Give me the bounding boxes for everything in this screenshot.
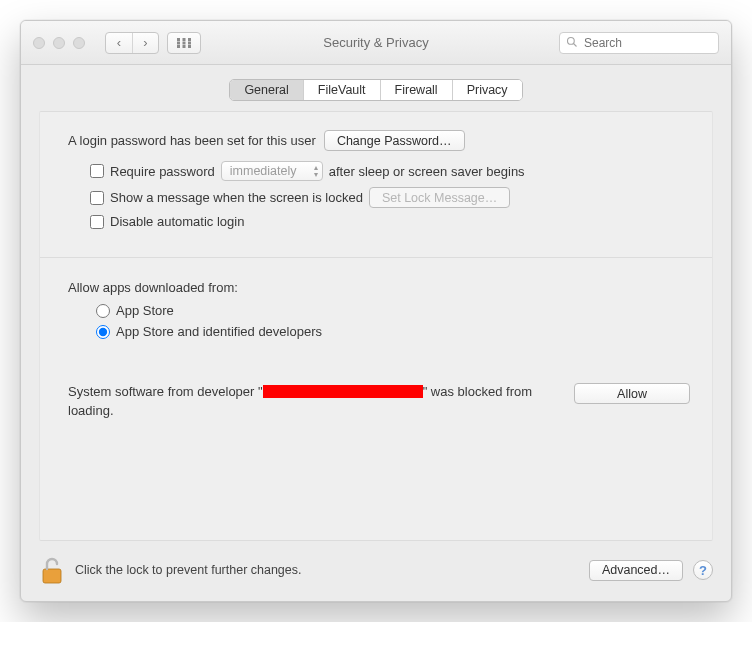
search-icon <box>566 36 578 51</box>
require-password-label-pre: Require password <box>110 164 215 179</box>
show-all-button[interactable] <box>167 32 201 54</box>
blocked-software-row: System software from developer "" was bl… <box>68 383 690 421</box>
lock-text: Click the lock to prevent further change… <box>75 563 579 577</box>
tabs: General FileVault Firewall Privacy <box>229 79 522 101</box>
blocked-software-text: System software from developer "" was bl… <box>68 383 550 421</box>
tab-general[interactable]: General <box>230 80 302 100</box>
tab-privacy[interactable]: Privacy <box>452 80 522 100</box>
window-controls <box>33 37 85 49</box>
close-window-button[interactable] <box>33 37 45 49</box>
svg-rect-6 <box>177 45 180 48</box>
zoom-window-button[interactable] <box>73 37 85 49</box>
svg-rect-4 <box>183 41 186 44</box>
change-password-button[interactable]: Change Password… <box>324 130 465 151</box>
set-lock-message-button[interactable]: Set Lock Message… <box>369 187 510 208</box>
prefs-window: ‹ › Security & Privacy <box>20 20 732 602</box>
search-input[interactable] <box>559 32 719 54</box>
allow-apps-heading: Allow apps downloaded from: <box>68 280 690 295</box>
svg-rect-1 <box>183 38 186 41</box>
svg-rect-7 <box>183 45 186 48</box>
svg-rect-2 <box>188 38 191 41</box>
allow-apps-appstore-row: App Store <box>96 303 690 318</box>
unlocked-lock-icon <box>39 555 65 585</box>
forward-button[interactable]: › <box>132 33 158 53</box>
disable-auto-login-label: Disable automatic login <box>110 214 244 229</box>
window-title: Security & Privacy <box>323 35 428 50</box>
password-options: Require password immediately ▴▾ after sl… <box>62 161 690 229</box>
show-lock-message-label: Show a message when the screen is locked <box>110 190 363 205</box>
show-lock-message-row: Show a message when the screen is locked… <box>90 187 690 208</box>
advanced-button[interactable]: Advanced… <box>589 560 683 581</box>
divider <box>40 257 712 258</box>
toolbar-nav: ‹ › <box>105 32 201 54</box>
tab-firewall[interactable]: Firewall <box>380 80 452 100</box>
footer: Click the lock to prevent further change… <box>21 541 731 601</box>
allow-apps-radios: App Store App Store and identified devel… <box>68 303 690 339</box>
allow-apps-appstore-radio[interactable] <box>96 304 110 318</box>
blocked-prefix: System software from developer " <box>68 384 263 399</box>
svg-rect-3 <box>177 41 180 44</box>
show-lock-message-checkbox[interactable] <box>90 191 104 205</box>
disable-auto-login-row: Disable automatic login <box>90 214 690 229</box>
allow-apps-identified-label: App Store and identified developers <box>116 324 322 339</box>
allow-button[interactable]: Allow <box>574 383 690 404</box>
search-field-wrap <box>559 32 719 54</box>
require-password-delay-value: immediately <box>230 164 297 178</box>
allow-apps-identified-row: App Store and identified developers <box>96 324 690 339</box>
login-password-text: A login password has been set for this u… <box>68 133 316 148</box>
login-password-row: A login password has been set for this u… <box>62 130 690 151</box>
require-password-delay-popup[interactable]: immediately ▴▾ <box>221 161 323 181</box>
minimize-window-button[interactable] <box>53 37 65 49</box>
nav-back-forward: ‹ › <box>105 32 159 54</box>
chevron-updown-icon: ▴▾ <box>314 164 318 178</box>
help-button[interactable]: ? <box>693 560 713 580</box>
svg-rect-5 <box>188 41 191 44</box>
svg-rect-0 <box>177 38 180 41</box>
tabs-row: General FileVault Firewall Privacy <box>21 65 731 111</box>
svg-rect-8 <box>188 45 191 48</box>
developer-name-redacted <box>263 385 423 398</box>
grid-icon <box>177 38 191 48</box>
titlebar: ‹ › Security & Privacy <box>21 21 731 65</box>
allow-apps-identified-radio[interactable] <box>96 325 110 339</box>
back-button[interactable]: ‹ <box>106 33 132 53</box>
disable-auto-login-checkbox[interactable] <box>90 215 104 229</box>
allow-apps-appstore-label: App Store <box>116 303 174 318</box>
lock-button[interactable] <box>39 555 65 585</box>
require-password-label-post: after sleep or screen saver begins <box>329 164 525 179</box>
require-password-checkbox[interactable] <box>90 164 104 178</box>
tab-filevault[interactable]: FileVault <box>303 80 380 100</box>
svg-point-9 <box>568 37 575 44</box>
require-password-row: Require password immediately ▴▾ after sl… <box>90 161 690 181</box>
general-panel: A login password has been set for this u… <box>39 111 713 541</box>
allow-apps-section: Allow apps downloaded from: App Store Ap… <box>62 276 690 421</box>
svg-line-10 <box>574 43 577 46</box>
